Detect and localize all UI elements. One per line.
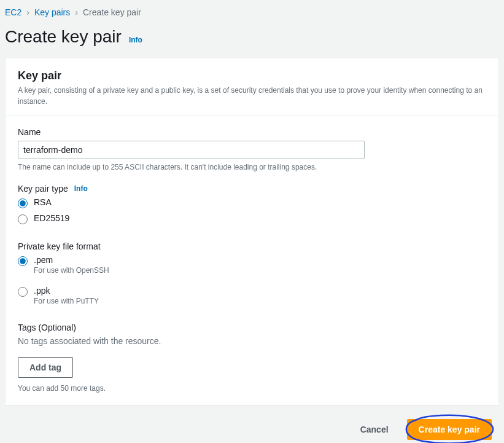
radio-rsa[interactable]: RSA bbox=[18, 197, 486, 208]
type-info-link[interactable]: Info bbox=[74, 184, 88, 193]
name-input[interactable] bbox=[18, 141, 365, 159]
name-hint: The name can include up to 255 ASCII cha… bbox=[18, 163, 486, 171]
radio-pem[interactable]: .pem For use with OpenSSH bbox=[18, 255, 486, 275]
radio-ppk-label: .ppk bbox=[34, 286, 50, 296]
breadcrumb-link-ec2[interactable]: EC2 bbox=[5, 7, 21, 17]
panel-description: A key pair, consisting of a private key … bbox=[18, 85, 486, 107]
cancel-button[interactable]: Cancel bbox=[349, 420, 400, 439]
breadcrumb-current: Create key pair bbox=[83, 7, 141, 17]
create-key-pair-button[interactable]: Create key pair bbox=[407, 419, 492, 440]
name-label-text: Name bbox=[18, 127, 41, 137]
breadcrumb-link-key-pairs[interactable]: Key pairs bbox=[34, 7, 70, 17]
page-title: Create key pair bbox=[5, 27, 122, 47]
chevron-right-icon: › bbox=[75, 7, 78, 17]
radio-ed25519-label: ED25519 bbox=[34, 213, 69, 223]
radio-rsa-label: RSA bbox=[34, 197, 52, 207]
panel-title: Key pair bbox=[18, 69, 486, 82]
tags-empty-text: No tags associated with the resource. bbox=[18, 336, 486, 346]
tags-label-text: Tags (Optional) bbox=[18, 323, 76, 332]
add-tag-button[interactable]: Add tag bbox=[18, 357, 73, 378]
radio-ppk-sub: For use with PuTTY bbox=[34, 297, 99, 305]
radio-ed25519-input[interactable] bbox=[18, 214, 28, 224]
radio-pem-input[interactable] bbox=[18, 256, 28, 266]
footer-actions: Cancel Create key pair bbox=[5, 406, 499, 440]
radio-ppk[interactable]: .ppk For use with PuTTY bbox=[18, 286, 486, 305]
radio-rsa-input[interactable] bbox=[18, 198, 28, 208]
format-label: Private key file format bbox=[18, 241, 486, 251]
radio-ppk-input[interactable] bbox=[18, 287, 28, 297]
info-link[interactable]: Info bbox=[129, 36, 142, 44]
radio-ed25519[interactable]: ED25519 bbox=[18, 213, 486, 224]
type-label-text: Key pair type bbox=[18, 184, 68, 194]
type-label: Key pair type Info bbox=[18, 184, 486, 194]
breadcrumb: EC2 › Key pairs › Create key pair bbox=[5, 5, 499, 27]
chevron-right-icon: › bbox=[26, 7, 29, 17]
format-label-text: Private key file format bbox=[18, 241, 101, 251]
key-pair-panel: Key pair A key pair, consisting of a pri… bbox=[5, 58, 499, 406]
tags-label: Tags (Optional) bbox=[18, 323, 486, 332]
tags-hint: You can add 50 more tags. bbox=[18, 384, 486, 393]
radio-pem-label: .pem bbox=[34, 255, 53, 265]
radio-pem-sub: For use with OpenSSH bbox=[34, 266, 109, 275]
name-label: Name bbox=[18, 127, 486, 137]
